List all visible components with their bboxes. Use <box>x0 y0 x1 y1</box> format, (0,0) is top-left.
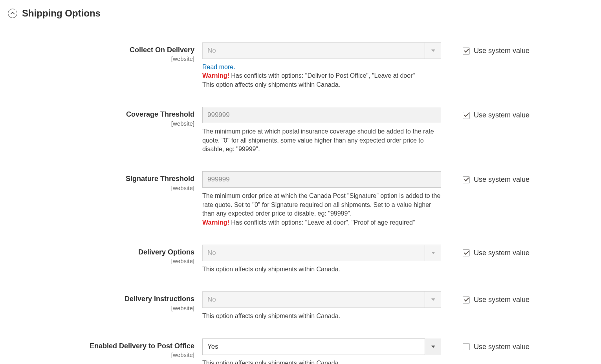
field-label: Collect On Delivery <box>8 46 194 55</box>
use-system-value-checkbox[interactable] <box>463 112 470 119</box>
field-control-col: No This option affects only shipments wi… <box>202 291 441 320</box>
use-system-value-checkbox[interactable] <box>463 296 470 304</box>
warning-text: Has conflicts with options: "Leave at do… <box>229 219 415 226</box>
field-delivery-to-post-office: Enabled Delivery to Post Office [website… <box>8 338 593 364</box>
delivery-options-select: No <box>202 245 441 261</box>
field-label: Delivery Instructions <box>8 294 194 304</box>
collect-on-delivery-select: No <box>202 42 441 59</box>
field-delivery-instructions: Delivery Instructions [website] No This … <box>8 291 593 320</box>
help-text: Read more. Warning! Has conflicts with o… <box>202 63 441 89</box>
note-text: This option affects only shipments withi… <box>202 360 340 364</box>
signature-threshold-input <box>202 171 441 188</box>
section-header[interactable]: Shipping Options <box>8 8 593 19</box>
help-text: The minimum order price at which the Can… <box>202 192 441 227</box>
field-label: Delivery Options <box>8 248 194 257</box>
use-system-value-checkbox[interactable] <box>463 176 470 183</box>
select-wrap: No <box>202 42 441 59</box>
field-control-col: No Read more. Warning! Has conflicts wit… <box>202 42 441 89</box>
scope-label: [website] <box>8 55 194 62</box>
scope-label: [website] <box>8 120 194 127</box>
select-wrap: No <box>202 291 441 308</box>
help-text: This option affects only shipments withi… <box>202 359 441 364</box>
note-text: The minimum price at which postal insura… <box>202 128 434 152</box>
use-system-value-checkbox[interactable] <box>463 48 470 55</box>
select-wrap: Yes <box>202 338 441 355</box>
delivery-to-post-office-select[interactable]: Yes <box>202 338 441 355</box>
delivery-instructions-select: No <box>202 291 441 308</box>
use-system-value-label[interactable]: Use system value <box>474 249 530 257</box>
note-text: This option affects only shipments withi… <box>202 81 340 88</box>
checkbox-col: Use system value <box>441 338 530 351</box>
checkbox-col: Use system value <box>441 42 530 55</box>
use-system-value-label[interactable]: Use system value <box>474 296 530 304</box>
help-text: This option affects only shipments withi… <box>202 265 441 274</box>
checkbox-col: Use system value <box>441 171 530 184</box>
chevron-up-icon <box>8 9 17 18</box>
field-collect-on-delivery: Collect On Delivery [website] No Read mo… <box>8 42 593 89</box>
field-control-col: Yes This option affects only shipments w… <box>202 338 441 364</box>
field-label-col: Signature Threshold [website] <box>8 171 202 191</box>
select-wrap: No <box>202 245 441 261</box>
section-title: Shipping Options <box>22 8 101 19</box>
field-coverage-threshold: Coverage Threshold [website] The minimum… <box>8 107 593 154</box>
use-system-value-label[interactable]: Use system value <box>474 176 530 184</box>
field-label-col: Enabled Delivery to Post Office [website… <box>8 338 202 358</box>
scope-label: [website] <box>8 185 194 191</box>
use-system-value-label[interactable]: Use system value <box>474 47 530 55</box>
field-control-col: The minimum order price at which the Can… <box>202 171 441 227</box>
use-system-value-checkbox[interactable] <box>463 249 470 256</box>
field-control-col: No This option affects only shipments wi… <box>202 245 441 274</box>
warning-text: Has conflicts with options: "Deliver to … <box>229 72 415 79</box>
warning-label: Warning! <box>202 72 229 79</box>
note-text: This option affects only shipments withi… <box>202 313 340 319</box>
field-label-col: Collect On Delivery [website] <box>8 42 202 62</box>
checkbox-col: Use system value <box>441 291 530 304</box>
read-more-link[interactable]: Read more. <box>202 64 235 70</box>
field-label: Coverage Threshold <box>8 110 194 119</box>
checkbox-col: Use system value <box>441 245 530 257</box>
scope-label: [website] <box>8 351 194 358</box>
field-label: Signature Threshold <box>8 174 194 183</box>
note-text: The minimum order price at which the Can… <box>202 192 440 217</box>
scope-label: [website] <box>8 258 194 264</box>
note-text: This option affects only shipments withi… <box>202 266 340 273</box>
field-label-col: Delivery Instructions [website] <box>8 291 202 311</box>
warning-label: Warning! <box>202 219 229 226</box>
coverage-threshold-input <box>202 107 441 123</box>
field-control-col: The minimum price at which postal insura… <box>202 107 441 154</box>
checkbox-col: Use system value <box>441 107 530 119</box>
help-text: The minimum price at which postal insura… <box>202 127 441 154</box>
field-delivery-options: Delivery Options [website] No This optio… <box>8 245 593 274</box>
use-system-value-label[interactable]: Use system value <box>474 111 530 119</box>
field-label: Enabled Delivery to Post Office <box>8 342 194 351</box>
field-label-col: Delivery Options [website] <box>8 245 202 264</box>
help-text: This option affects only shipments withi… <box>202 312 441 320</box>
field-label-col: Coverage Threshold [website] <box>8 107 202 126</box>
field-signature-threshold: Signature Threshold [website] The minimu… <box>8 171 593 227</box>
scope-label: [website] <box>8 305 194 311</box>
use-system-value-checkbox[interactable] <box>463 343 470 350</box>
use-system-value-label[interactable]: Use system value <box>474 343 530 351</box>
